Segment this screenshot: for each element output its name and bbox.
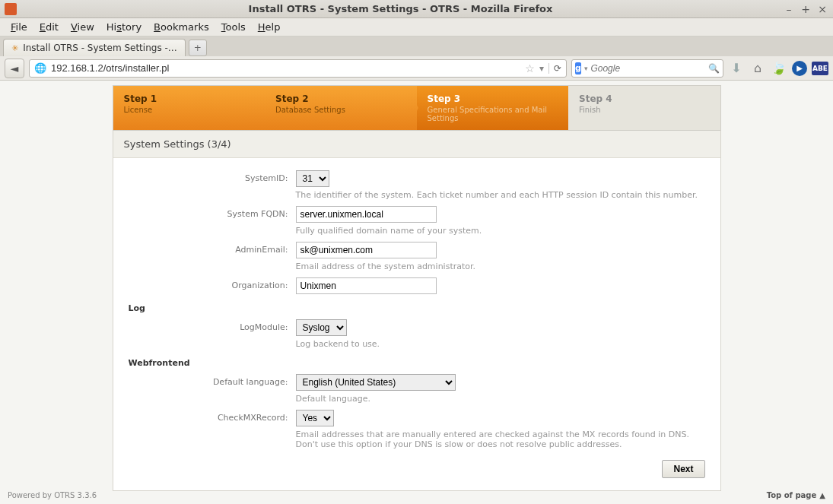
fqdn-label: System FQDN: <box>129 206 296 219</box>
systemid-select[interactable]: 31 <box>296 170 329 187</box>
step-4: Step 4 Finish <box>568 86 720 130</box>
menubar: File Edit View History Bookmarks Tools H… <box>0 18 833 36</box>
menu-file[interactable]: File <box>5 20 33 34</box>
admin-hint: Email address of the system administrato… <box>296 262 705 271</box>
settings-panel: System Settings (3/4) SystemID: 31 The i… <box>113 131 721 491</box>
logmodule-hint: Log backend to use. <box>296 339 705 349</box>
admin-input[interactable] <box>296 242 437 258</box>
admin-label: AdminEmail: <box>129 242 296 255</box>
toolbar: ◄ 🌐 ☆ ▾ ⟳ g ▾ 🔍 ⬇ ⌂ 🍃 ▶ ABE <box>0 56 833 81</box>
globe-icon: 🌐 <box>34 62 46 74</box>
minimize-button[interactable]: – <box>783 3 795 15</box>
logmodule-label: LogModule: <box>129 319 296 332</box>
window-title: Install OTRS - System Settings - OTRS - … <box>23 3 778 14</box>
search-icon[interactable]: 🔍 <box>708 63 720 74</box>
section-log: Log <box>129 297 705 316</box>
reload-button[interactable]: ⟳ <box>548 63 561 74</box>
step-2-title: Step 2 <box>275 94 406 104</box>
step-1-title: Step 1 <box>124 94 255 104</box>
org-input[interactable] <box>296 277 437 294</box>
lang-hint: Default language. <box>296 394 705 404</box>
footer: Powered by OTRS 3.3.6 Top of page ▲ <box>8 491 825 499</box>
url-input[interactable] <box>51 62 520 74</box>
search-input[interactable] <box>590 63 705 74</box>
step-2-sub: Database Settings <box>275 106 406 114</box>
step-4-title: Step 4 <box>579 94 710 104</box>
url-bar[interactable]: 🌐 ☆ ▾ ⟳ <box>29 59 567 78</box>
browser-tab[interactable]: ✳ Install OTRS - System Settings -… <box>3 39 186 56</box>
arrow-up-icon: ▲ <box>819 491 825 499</box>
maximize-button[interactable]: + <box>800 3 812 15</box>
wizard-steps: Step 1 License Step 2 Database Settings … <box>113 85 721 131</box>
menu-tools[interactable]: Tools <box>215 20 252 34</box>
step-1: Step 1 License <box>113 86 265 130</box>
systemid-label: SystemID: <box>129 170 296 183</box>
dropdown-icon[interactable]: ▾ <box>539 63 544 74</box>
top-of-page-link[interactable]: Top of page ▲ <box>767 491 825 499</box>
new-tab-button[interactable]: + <box>189 40 207 56</box>
page-content: Step 1 License Step 2 Database Settings … <box>0 81 833 504</box>
panel-title: System Settings (3/4) <box>113 131 720 158</box>
leaf-icon[interactable]: 🍃 <box>771 60 787 77</box>
menu-bookmarks[interactable]: Bookmarks <box>148 20 215 34</box>
step-4-sub: Finish <box>579 106 710 114</box>
tabstrip: ✳ Install OTRS - System Settings -… + <box>0 36 833 56</box>
window-titlebar: Install OTRS - System Settings - OTRS - … <box>0 0 833 18</box>
play-icon[interactable]: ▶ <box>792 61 807 76</box>
mx-label: CheckMXRecord: <box>129 410 296 423</box>
menu-help[interactable]: Help <box>252 20 287 34</box>
search-dropdown-icon[interactable]: ▾ <box>584 65 588 72</box>
step-2: Step 2 Database Settings <box>265 86 417 130</box>
favicon-icon: ✳ <box>11 43 18 53</box>
fqdn-hint: Fully qualified domain name of your syst… <box>296 226 705 236</box>
downloads-icon[interactable]: ⬇ <box>728 60 745 77</box>
step-3-title: Step 3 <box>428 94 558 104</box>
lang-label: Default language: <box>129 374 296 387</box>
home-icon[interactable]: ⌂ <box>749 60 766 77</box>
fqdn-input[interactable] <box>296 206 437 223</box>
step-1-sub: License <box>124 106 255 114</box>
next-button[interactable]: Next <box>662 460 704 478</box>
step-3-sub: General Specifications and Mail Settings <box>428 106 558 122</box>
close-button[interactable]: × <box>816 3 828 15</box>
mx-select[interactable]: Yes <box>296 410 334 426</box>
footer-powered: Powered by OTRS 3.3.6 <box>8 491 97 499</box>
app-icon <box>5 3 17 15</box>
menu-edit[interactable]: Edit <box>33 20 65 34</box>
abe-icon[interactable]: ABE <box>812 60 828 77</box>
logmodule-select[interactable]: Syslog <box>296 319 347 336</box>
menu-history[interactable]: History <box>100 20 148 34</box>
mx-hint: Email addresses that are manually entere… <box>296 430 705 449</box>
section-webfrontend: Webfrontend <box>129 352 705 371</box>
google-icon: g <box>575 62 581 74</box>
bookmark-star-icon[interactable]: ☆ <box>525 62 535 74</box>
systemid-hint: The identifier of the system. Each ticke… <box>296 190 705 200</box>
lang-select[interactable]: English (United States) <box>296 374 456 391</box>
search-box[interactable]: g ▾ 🔍 <box>571 59 723 78</box>
org-label: Organization: <box>129 277 296 290</box>
menu-view[interactable]: View <box>65 20 100 34</box>
back-button[interactable]: ◄ <box>5 59 24 78</box>
step-3: Step 3 General Specifications and Mail S… <box>417 86 569 130</box>
tab-label: Install OTRS - System Settings -… <box>23 43 177 53</box>
